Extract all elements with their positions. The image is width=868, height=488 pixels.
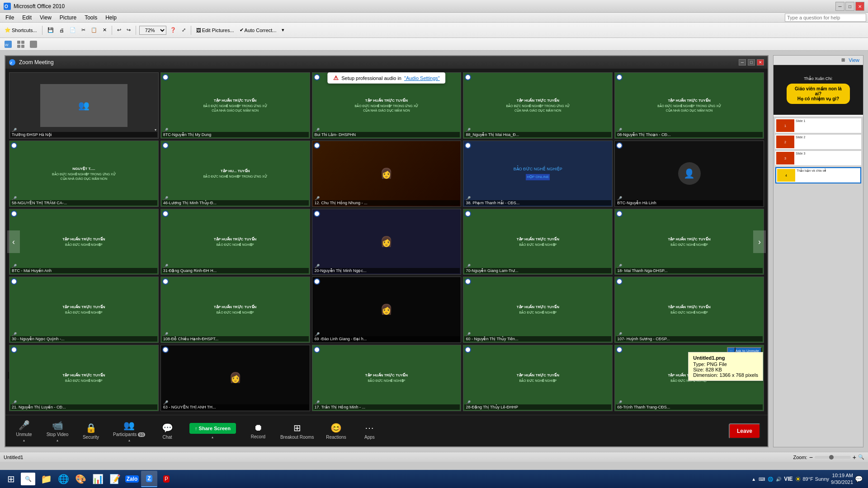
svg-text:Z: Z bbox=[10, 61, 12, 65]
main-area: Z Zoom Meeting ─ □ ✕ ⚠ Setup professiona… bbox=[0, 51, 868, 452]
taskbar-app-presenter[interactable]: P bbox=[158, 471, 175, 487]
language-indicator[interactable]: VIE bbox=[784, 476, 793, 482]
start-button[interactable]: ⊞ bbox=[2, 471, 20, 487]
help-search-input[interactable] bbox=[785, 14, 866, 22]
print-button[interactable]: 🖨 bbox=[57, 25, 66, 36]
reactions-button[interactable]: 😊 Reactions bbox=[325, 422, 347, 440]
svg-point-28 bbox=[466, 279, 470, 284]
system-tray: ▲ ⌨ 🌐 🔊 VIE bbox=[751, 476, 793, 482]
save-button[interactable]: 💾 bbox=[46, 25, 56, 36]
toolbar-more-btn[interactable]: ▾ bbox=[280, 25, 286, 36]
toolbar-separator-4 bbox=[191, 26, 191, 35]
badge-icon bbox=[11, 211, 17, 217]
view-label[interactable]: View bbox=[849, 57, 859, 63]
zoom-minimize-btn[interactable]: ─ bbox=[739, 59, 746, 66]
menu-picture[interactable]: Picture bbox=[56, 14, 80, 22]
slide-thumbnail[interactable]: 3 Slide 3 bbox=[775, 151, 861, 165]
zoom-slider[interactable] bbox=[815, 456, 851, 459]
taskbar-app-excel[interactable]: 📊 bbox=[90, 471, 106, 487]
menu-file[interactable]: File bbox=[2, 14, 18, 22]
taskbar-app-zoom[interactable]: Z bbox=[141, 471, 157, 487]
zoom-title-controls: ─ □ ✕ bbox=[739, 59, 764, 66]
unmute-label: Unmute bbox=[16, 432, 32, 437]
tile-label: 107- Huỳnh Sương - CĐSP... bbox=[616, 336, 763, 342]
menu-tools[interactable]: Tools bbox=[81, 14, 101, 22]
view-web-button[interactable]: W bbox=[3, 39, 14, 50]
paste-button[interactable]: 📋 bbox=[89, 25, 99, 36]
view-icon: ⊞ bbox=[841, 57, 845, 63]
cut-button[interactable]: ✂ bbox=[80, 25, 87, 36]
tile-label: BTC-Nguyễn Hà Linh bbox=[616, 200, 763, 206]
edit-pictures-button[interactable]: 🖼 Edit Pictures... bbox=[194, 25, 236, 36]
maximize-button[interactable]: □ bbox=[845, 2, 854, 11]
close-button[interactable]: ✕ bbox=[855, 2, 864, 11]
menu-edit[interactable]: Edit bbox=[19, 14, 35, 22]
copy-button[interactable]: 📄 bbox=[68, 25, 78, 36]
tile-label: 30 - Nguyễn Ngọc Quỳnh -... bbox=[10, 336, 157, 342]
share-screen-button[interactable]: ↑ Share Screen ▴ bbox=[189, 423, 236, 439]
tooltip-type: Type: PNG File bbox=[693, 361, 758, 367]
tile-label: 88_Nguyễn Thị Mai Hoa_Đ... bbox=[464, 132, 611, 137]
slide-thumbnail[interactable]: 1 Slide 1 bbox=[775, 118, 861, 133]
apps-button[interactable]: ⋯ Apps bbox=[358, 422, 381, 440]
tooltip-filename: Untitled1.png bbox=[693, 355, 758, 361]
chat-button[interactable]: 💬 Chat bbox=[156, 422, 179, 440]
badge-icon bbox=[465, 142, 471, 149]
tray-arrow-icon[interactable]: ▲ bbox=[751, 477, 756, 482]
weather-widget: ☀ 89°F Sunny bbox=[795, 475, 830, 483]
participants-caret: ▴ bbox=[128, 438, 130, 442]
stop-video-button[interactable]: 📹 Stop Video ▴ bbox=[46, 420, 69, 442]
record-button[interactable]: ⏺ Record bbox=[247, 422, 269, 439]
undo-button[interactable]: ↩ bbox=[115, 25, 123, 36]
help-button[interactable]: ❓ bbox=[168, 25, 178, 36]
menu-help[interactable]: Help bbox=[102, 14, 120, 22]
taskbar-app-zalo[interactable]: Zalo bbox=[124, 471, 140, 487]
view-single-button[interactable] bbox=[28, 39, 39, 50]
badge-icon bbox=[616, 347, 623, 353]
nav-arrow-right[interactable]: › bbox=[753, 230, 766, 253]
svg-point-12 bbox=[315, 75, 319, 80]
taskbar-app-paint[interactable]: 🎨 bbox=[72, 471, 89, 487]
badge-icon bbox=[314, 278, 320, 285]
zoom-plus-btn[interactable]: + bbox=[853, 454, 856, 461]
menu-view[interactable]: View bbox=[36, 14, 55, 22]
zoom-close-btn[interactable]: ✕ bbox=[757, 59, 764, 66]
breakout-rooms-button[interactable]: ⊞ Breakout Rooms bbox=[280, 422, 314, 440]
nav-arrow-left[interactable]: ‹ bbox=[7, 230, 20, 253]
shortcuts-button[interactable]: ⭐ Shortcuts... bbox=[3, 25, 39, 36]
expand-button[interactable]: ⤢ bbox=[180, 25, 188, 36]
taskbar-app-word[interactable]: 📝 bbox=[107, 471, 123, 487]
redo-button[interactable]: ↪ bbox=[125, 25, 132, 36]
zoom-select[interactable]: 72% 50% 100% bbox=[139, 26, 166, 35]
reactions-label: Reactions bbox=[326, 435, 346, 440]
unmute-caret: ▴ bbox=[23, 438, 25, 442]
view-grid-button[interactable] bbox=[15, 39, 26, 50]
slide-thumbnail[interactable]: 2 Slide 2 bbox=[775, 135, 861, 149]
leave-button[interactable]: Leave bbox=[729, 423, 760, 439]
system-clock[interactable]: 10:19 AM 9/30/2021 bbox=[831, 472, 853, 486]
auto-correct-button[interactable]: ✔ Auto Correct... bbox=[238, 25, 278, 36]
delete-button[interactable]: ✕ bbox=[101, 25, 108, 36]
unmute-button[interactable]: 🎤 Unmute ▴ bbox=[13, 420, 35, 442]
thumb-2: 2 bbox=[776, 136, 794, 148]
slide-thumbnail-active[interactable]: 4 Thảo luận và chia sẻ bbox=[775, 167, 861, 183]
tile-label: 08-Nguyễn Thị Thoạn - CĐ... bbox=[616, 132, 763, 137]
tile-label: Bui Thi Lâm- DHSPHN bbox=[313, 132, 460, 137]
participants-button[interactable]: 👥 Participants 93 ▴ bbox=[113, 420, 145, 442]
notification-icon[interactable]: 💬 bbox=[855, 475, 863, 483]
svg-point-15 bbox=[12, 143, 16, 148]
zoom-restore-btn[interactable]: □ bbox=[748, 59, 755, 66]
taskbar-app-explorer[interactable]: 📁 bbox=[38, 471, 54, 487]
svg-point-19 bbox=[617, 143, 622, 148]
zoom-slider-thumb bbox=[829, 455, 834, 460]
svg-point-20 bbox=[12, 211, 16, 216]
security-button[interactable]: 🔒 Security bbox=[80, 422, 102, 440]
zoom-minus-btn[interactable]: − bbox=[809, 454, 813, 461]
taskbar-app-chrome[interactable]: 🌐 bbox=[55, 471, 71, 487]
minimize-button[interactable]: ─ bbox=[835, 2, 844, 11]
svg-text:W: W bbox=[5, 43, 9, 47]
search-bar[interactable]: 🔍 bbox=[21, 473, 35, 485]
participants-row-2: TẬP HUẤN TRỰC TUYẾN BẢO ĐỨC NGHỀ NGHIỆP … bbox=[9, 209, 764, 275]
svg-point-16 bbox=[163, 143, 168, 148]
audio-settings-link[interactable]: "Audio Settings" bbox=[404, 75, 440, 81]
